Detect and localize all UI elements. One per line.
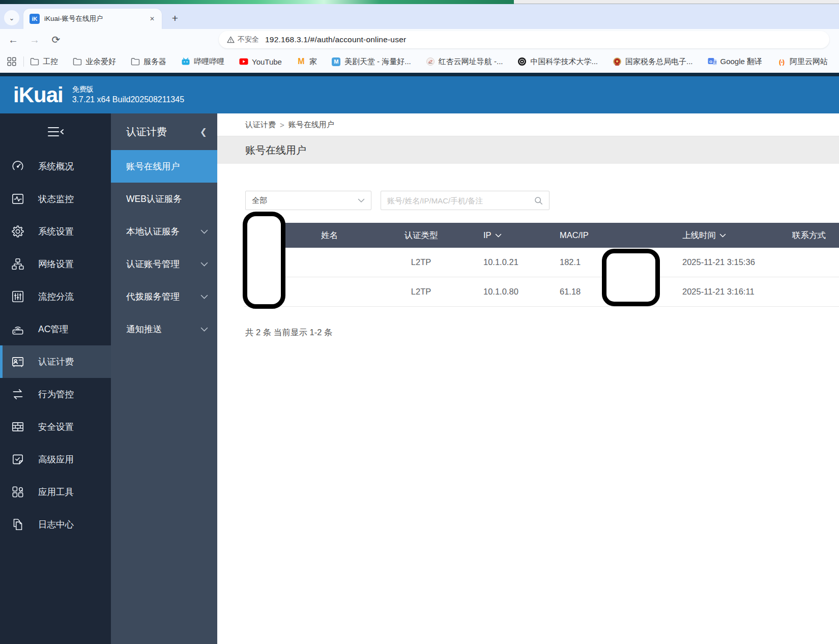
router-icon (11, 322, 27, 336)
folder-icon (30, 57, 39, 66)
hongxing-icon (426, 57, 435, 66)
window-divider (0, 73, 839, 76)
m-home-icon: M (297, 57, 306, 66)
type-filter-select[interactable]: 全部 (245, 191, 371, 210)
ikuai-favicon-icon: iK (30, 14, 40, 24)
submenu-label: 通知推送 (126, 323, 200, 335)
redaction-box-mac-ip (602, 249, 660, 306)
meiju-icon: M (332, 57, 341, 66)
tab-search-button[interactable]: ⌄ (4, 10, 19, 25)
site-security-chip[interactable]: 不安全 (227, 35, 265, 44)
wall-icon (11, 420, 27, 434)
chevron-down-icon (358, 198, 365, 203)
sidebar-item-system-settings[interactable]: 系统设置 (0, 215, 111, 248)
col-header-ip[interactable]: IP (483, 230, 549, 240)
search-input[interactable] (387, 196, 531, 205)
sidebar-item-label: 流控分流 (38, 290, 74, 303)
sidebar-item-label: 行为管控 (38, 388, 74, 400)
browser-toolbar: ← → ⟳ 不安全 192.168.3.1/#/auth/account-onl… (0, 29, 839, 50)
table-row[interactable]: L2TP 10.1.0.80 61.18 2025-11-21 3:16:11 (244, 277, 839, 307)
browser-tab[interactable]: iK iKuai-账号在线用户 ✕ (23, 9, 162, 29)
sidebar-item-log-center[interactable]: 日志中心 (0, 508, 111, 541)
main-content: 认证计费 > 账号在线用户 账号在线用户 全部 姓名 认证类型 IP MAC/ (217, 113, 839, 644)
sidebar-item-status-monitor[interactable]: 状态监控 (0, 183, 111, 215)
sidebar-item-network-settings[interactable]: 网络设置 (0, 248, 111, 280)
bookmark-label: 服务器 (143, 57, 166, 67)
table-row[interactable]: L2TP 10.1.0.21 182.1 2025-11-21 3:15:36 (244, 248, 839, 277)
bookmark-gongkong[interactable]: 工控 (30, 57, 58, 67)
back-button[interactable]: ← (5, 32, 21, 48)
google-translate-icon: G文 (708, 57, 717, 66)
address-bar[interactable]: 不安全 192.168.3.1/#/auth/account-online-us… (219, 31, 829, 48)
breadcrumb-separator: > (280, 121, 284, 129)
bookmark-hobby[interactable]: 业余爱好 (73, 57, 116, 67)
folder-icon (131, 57, 140, 66)
col-header-contact: 联系方式 (789, 230, 839, 241)
sidebar-item-advanced-apps[interactable]: 高级应用 (0, 443, 111, 476)
sidebar-item-label: AC管理 (38, 323, 68, 335)
id-card-icon (11, 355, 27, 369)
submenu-item-local-auth[interactable]: 本地认证服务 (111, 215, 217, 248)
sidebar-item-system-overview[interactable]: 系统概况 (0, 150, 111, 183)
hamburger-icon (45, 125, 66, 138)
bookmark-server[interactable]: 服务器 (131, 57, 166, 67)
apps-grid-icon[interactable] (7, 57, 16, 66)
sort-icon[interactable] (495, 233, 502, 238)
chevron-down-icon (200, 229, 208, 234)
table-header-row: 姓名 认证类型 IP MAC/IP 上线时间 联系方式 (244, 223, 839, 248)
sidebar-collapse-button[interactable] (0, 113, 111, 150)
sidebar-item-security-settings[interactable]: 安全设置 (0, 411, 111, 443)
breadcrumb-parent[interactable]: 认证计费 (245, 120, 276, 130)
network-icon (11, 257, 27, 271)
svg-text:文: 文 (714, 61, 717, 64)
bookmark-m-home[interactable]: M 家 (297, 57, 317, 67)
bookmark-bilibili[interactable]: 哔哩哔哩 (181, 57, 224, 67)
bookmark-aliyun[interactable]: (-) 阿里云网站 (777, 57, 828, 67)
bookmark-hongxing[interactable]: 红杏云网址导航 -... (426, 57, 503, 67)
tab-close-icon[interactable]: ✕ (148, 14, 157, 23)
sidebar-item-traffic-control[interactable]: 流控分流 (0, 280, 111, 313)
reload-button[interactable]: ⟳ (48, 32, 64, 48)
submenu-item-notifications[interactable]: 通知推送 (111, 313, 217, 345)
submenu-item-dial-service[interactable]: 代拨服务管理 (111, 280, 217, 313)
sort-icon[interactable] (719, 233, 726, 238)
cell-online-time: 2025-11-21 3:16:11 (677, 287, 789, 297)
bookmark-label: 工控 (43, 57, 58, 67)
chevron-down-icon (200, 295, 208, 299)
new-tab-button[interactable]: + (168, 11, 182, 25)
submenu-item-account-online-users[interactable]: 账号在线用户 (111, 150, 217, 183)
col-header-online-time[interactable]: 上线时间 (677, 230, 789, 241)
sidebar-item-app-tools[interactable]: 应用工具 (0, 476, 111, 508)
submenu-label: 认证账号管理 (126, 258, 200, 270)
record-count: 共 2 条 当前显示 1-2 条 (245, 327, 332, 338)
sidebar-item-auth-billing[interactable]: 认证计费 (0, 345, 111, 378)
bookmark-label: 国家税务总局电子... (625, 57, 693, 67)
secondary-sidebar: 认证计费 ❮ 账号在线用户 WEB认证服务 本地认证服务 认证账号管理 代拨服务… (111, 113, 217, 644)
app-header: iKuai 免费版 3.7.21 x64 Build202508211345 (0, 76, 839, 113)
search-icon[interactable] (534, 196, 543, 205)
sidebar-item-ac-management[interactable]: AC管理 (0, 313, 111, 345)
page-title: 账号在线用户 (217, 136, 839, 164)
col-header-mac-ip: MAC/IP (549, 230, 677, 240)
chevron-down-icon (200, 262, 208, 267)
submenu-item-web-auth[interactable]: WEB认证服务 (111, 183, 217, 215)
aliyun-icon: (-) (777, 57, 786, 66)
sidebar-item-behavior-control[interactable]: 行为管控 (0, 378, 111, 411)
bookmark-google-translate[interactable]: G文 Google 翻译 (708, 57, 763, 67)
submenu-item-auth-accounts[interactable]: 认证账号管理 (111, 248, 217, 280)
type-filter-value: 全部 (252, 196, 267, 206)
panel-collapse-icon[interactable]: ❮ (200, 127, 207, 137)
forward-button[interactable]: → (26, 32, 43, 48)
bookmark-tax[interactable]: 国家税务总局电子... (613, 57, 693, 67)
monitor-icon (11, 192, 27, 206)
bookmark-label: 家 (309, 57, 317, 67)
col-header-name: 姓名 (300, 230, 359, 241)
bookmark-ustc[interactable]: 中国科学技术大学... (517, 57, 598, 67)
bookmark-youtube[interactable]: YouTube (239, 57, 282, 66)
sliders-icon (11, 289, 27, 304)
sidebar-item-label: 日志中心 (38, 518, 74, 531)
pages-icon (11, 517, 27, 532)
bookmarks-bar: 工控 业余爱好 服务器 哔哩哔哩 YouTube M 家 (0, 50, 839, 73)
bookmark-meiju[interactable]: M 美剧天堂 - 海量好... (332, 57, 411, 67)
bookmark-label: YouTube (252, 57, 282, 66)
